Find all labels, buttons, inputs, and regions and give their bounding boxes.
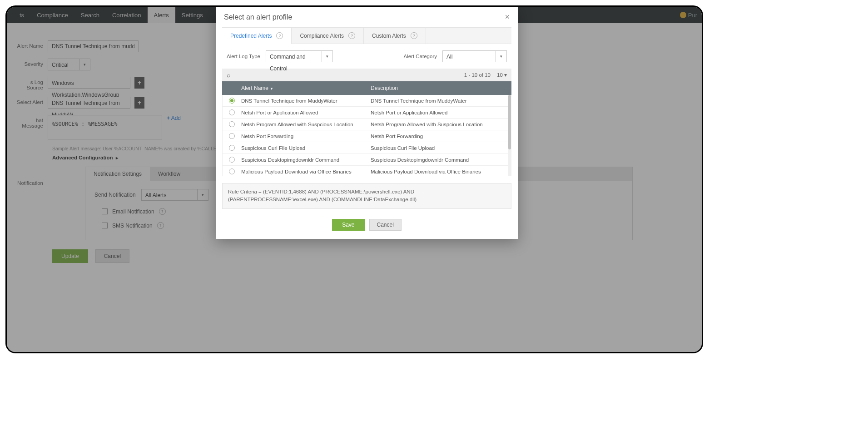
label-send-notification: Send Notification bbox=[94, 192, 136, 198]
modal-cancel-button[interactable]: Cancel bbox=[369, 219, 402, 231]
row-alert-name: Netsh Port or Application Allowed bbox=[241, 110, 371, 115]
row-description: Suspicious Desktopimgdownldr Command bbox=[371, 157, 511, 163]
label-log-source: s Log Source bbox=[15, 77, 43, 90]
chevron-down-icon[interactable]: ▾ bbox=[79, 59, 90, 70]
tab-compliance-alerts[interactable]: Compliance Alerts ? bbox=[292, 28, 364, 44]
cancel-button[interactable]: Cancel bbox=[95, 249, 129, 263]
row-description: DNS Tunnel Technique from MuddyWater bbox=[371, 98, 511, 104]
row-radio[interactable] bbox=[229, 157, 235, 163]
label-email-notification: Email Notification bbox=[112, 208, 154, 215]
update-button[interactable]: Update bbox=[52, 249, 88, 263]
row-radio[interactable] bbox=[229, 109, 235, 115]
chevron-down-icon[interactable]: ▾ bbox=[496, 50, 507, 62]
page-size-select[interactable]: 10 ▾ bbox=[497, 72, 507, 78]
alert-table: DNS Tunnel Technique from MuddyWaterDNS … bbox=[222, 95, 511, 176]
row-radio[interactable] bbox=[229, 145, 235, 151]
send-notification-select[interactable]: All Alerts bbox=[141, 189, 198, 201]
scrollbar-thumb[interactable] bbox=[508, 95, 511, 149]
label-sms-notification: SMS Notification bbox=[112, 223, 153, 229]
tab-workflow[interactable]: Workflow bbox=[150, 167, 188, 181]
label-select-alert: Select Alert bbox=[15, 97, 43, 105]
help-icon[interactable]: ? bbox=[276, 32, 283, 39]
help-icon[interactable]: ? bbox=[159, 208, 166, 215]
search-icon[interactable]: ⌕ bbox=[227, 71, 230, 79]
message-textarea[interactable]: %SOURCE% : %MESSAGE% bbox=[48, 115, 162, 139]
row-radio[interactable] bbox=[229, 133, 235, 139]
severity-select[interactable]: Critical bbox=[48, 59, 79, 70]
tab-predefined-alerts[interactable]: Predefined Alerts ? bbox=[222, 28, 292, 44]
row-description: Netsh Program Allowed with Suspcious Loc… bbox=[371, 122, 511, 127]
help-icon[interactable]: ? bbox=[348, 32, 355, 39]
caret-right-icon: ▸ bbox=[115, 155, 119, 160]
add-link[interactable]: + Add bbox=[167, 115, 181, 121]
table-row[interactable]: Suspicious Desktopimgdownldr CommandSusp… bbox=[223, 154, 511, 166]
table-row[interactable]: DNS Tunnel Technique from MuddyWaterDNS … bbox=[223, 95, 511, 107]
row-radio[interactable] bbox=[229, 98, 235, 104]
sort-desc-icon: ▼ bbox=[270, 87, 273, 91]
nav-tab-settings[interactable]: Settings bbox=[175, 7, 209, 23]
label-alert-name: Alert Name bbox=[15, 40, 43, 49]
row-description: Suspicious Curl File Upload bbox=[371, 145, 511, 151]
row-alert-name: Netsh Port Forwarding bbox=[241, 134, 371, 139]
sms-checkbox[interactable] bbox=[102, 223, 108, 228]
row-alert-name: Suspicious Curl File Upload bbox=[241, 145, 371, 151]
email-checkbox[interactable] bbox=[102, 208, 108, 214]
log-source-input[interactable]: Windows Workstation,WindowsGroup bbox=[48, 77, 130, 89]
nav-tab-ts[interactable]: ts bbox=[13, 7, 30, 23]
tab-notification-settings[interactable]: Notification Settings bbox=[85, 167, 150, 181]
table-row[interactable]: Malicious Payload Download via Office Bi… bbox=[223, 166, 511, 176]
table-row[interactable]: Netsh Port or Application AllowedNetsh P… bbox=[223, 107, 511, 119]
nav-tab-correlation[interactable]: Correlation bbox=[106, 7, 148, 23]
alert-log-type-select[interactable]: Command and Control bbox=[266, 50, 322, 62]
user-icon bbox=[680, 12, 686, 18]
label-alert-category: Alert Category bbox=[403, 54, 437, 59]
row-description: Netsh Port Forwarding bbox=[371, 134, 511, 139]
chevron-down-icon[interactable]: ▾ bbox=[322, 50, 333, 62]
table-row[interactable]: Suspicious Curl File UploadSuspicious Cu… bbox=[223, 142, 511, 154]
tab-custom-alerts[interactable]: Custom Alerts ? bbox=[364, 28, 426, 44]
help-icon[interactable]: ? bbox=[157, 222, 164, 229]
select-alert-input[interactable]: DNS Tunnel Technique from MuddyW bbox=[48, 97, 130, 109]
user-menu[interactable]: Pur bbox=[680, 7, 702, 23]
add-select-alert-button[interactable]: + bbox=[134, 97, 144, 109]
alert-category-select[interactable]: All bbox=[442, 50, 496, 62]
nav-tab-alerts[interactable]: Alerts bbox=[148, 7, 175, 23]
row-alert-name: DNS Tunnel Technique from MuddyWater bbox=[241, 98, 371, 104]
table-row[interactable]: Netsh Port ForwardingNetsh Port Forwardi… bbox=[223, 130, 511, 142]
nav-tab-search[interactable]: Search bbox=[74, 7, 106, 23]
chevron-down-icon[interactable]: ▾ bbox=[198, 189, 208, 201]
close-icon[interactable]: × bbox=[505, 12, 510, 22]
add-log-source-button[interactable]: + bbox=[134, 77, 144, 89]
th-alert-name[interactable]: Alert Name▼ bbox=[241, 85, 371, 91]
alert-name-input[interactable] bbox=[48, 40, 139, 52]
select-alert-profile-modal: Select an alert profile × Predefined Ale… bbox=[216, 7, 518, 239]
save-button[interactable]: Save bbox=[332, 219, 364, 231]
row-radio[interactable] bbox=[229, 121, 235, 127]
row-alert-name: Suspicious Desktopimgdownldr Command bbox=[241, 157, 371, 163]
paging-label: 1 - 10 of 10 bbox=[464, 72, 491, 78]
user-label: Pur bbox=[688, 12, 697, 19]
row-description: Netsh Port or Application Allowed bbox=[371, 110, 511, 115]
row-description: Malicious Payload Download via Office Bi… bbox=[371, 169, 511, 174]
modal-title: Select an alert profile bbox=[224, 13, 292, 21]
label-severity: Severity bbox=[15, 59, 43, 67]
row-radio[interactable] bbox=[229, 168, 235, 174]
th-description: Description bbox=[371, 85, 511, 91]
label-notification: Notification bbox=[15, 167, 43, 240]
label-hat-message: hat Message bbox=[15, 115, 43, 129]
help-icon[interactable]: ? bbox=[411, 32, 417, 39]
label-alert-log-type: Alert Log Type bbox=[227, 54, 260, 59]
rule-criteria: Rule Criteria = (EVENTID:1,4688) AND (PR… bbox=[222, 183, 511, 209]
row-alert-name: Malicious Payload Download via Office Bi… bbox=[241, 169, 371, 174]
row-alert-name: Netsh Program Allowed with Suspcious Loc… bbox=[241, 122, 371, 127]
table-row[interactable]: Netsh Program Allowed with Suspcious Loc… bbox=[223, 119, 511, 130]
nav-tab-compliance[interactable]: Compliance bbox=[30, 7, 74, 23]
